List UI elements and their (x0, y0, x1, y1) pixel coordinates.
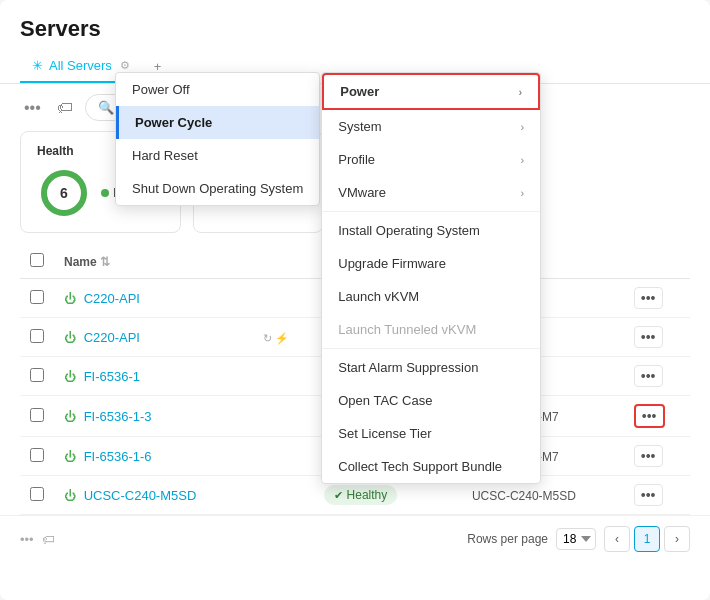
hard-reset-label: Hard Reset (132, 148, 198, 163)
hard-reset-item[interactable]: Hard Reset (116, 139, 319, 172)
power-off-item[interactable]: Power Off (116, 73, 319, 106)
profile-chevron-icon: › (521, 154, 525, 166)
row-checkbox-5[interactable] (30, 487, 44, 501)
toolbar-more-icon[interactable]: ••• (20, 95, 45, 121)
power-state-icon: ⏻ (64, 331, 76, 345)
all-servers-icon: ✳ (32, 58, 43, 73)
footer-more-icon[interactable]: ••• (20, 532, 34, 547)
power-state-icon: ⏻ (64, 292, 76, 306)
server-actions-cell: ••• (624, 357, 690, 396)
row-checkbox-2[interactable] (30, 368, 44, 382)
server-actions-cell: ••• (624, 437, 690, 476)
power-off-label: Power Off (132, 82, 190, 97)
server-actions-cell: ••• (624, 476, 690, 515)
server-more-button-4[interactable]: ••• (634, 445, 663, 467)
server-actions-cell: ••• (624, 396, 690, 437)
row-checkbox-cell[interactable] (20, 476, 54, 515)
row-checkbox-cell[interactable] (20, 437, 54, 476)
select-all-checkbox[interactable] (30, 253, 44, 267)
right-menu-license-item[interactable]: Set License Tier (322, 417, 540, 450)
health-dot (101, 189, 109, 197)
next-page-button[interactable]: › (664, 526, 690, 552)
health-badge: ✔ Healthy (324, 485, 398, 505)
pagination: Rows per page 10 18 25 50 ‹ 1 › (467, 526, 690, 552)
license-label: Set License Tier (338, 426, 431, 441)
right-menu-upgrade-firmware-item[interactable]: Upgrade Firmware (322, 247, 540, 280)
launch-tunneled-label: Launch Tunneled vKVM (338, 322, 476, 337)
shut-down-label: Shut Down Operating System (132, 181, 303, 196)
install-os-label: Install Operating System (338, 223, 480, 238)
right-menu-alarm-item[interactable]: Start Alarm Suppression (322, 351, 540, 384)
row-checkbox-4[interactable] (30, 448, 44, 462)
health-badge-label: Healthy (347, 488, 388, 502)
vmware-label: VMware (338, 185, 386, 200)
server-more-button-2[interactable]: ••• (634, 365, 663, 387)
system-chevron-icon: › (521, 121, 525, 133)
page-title: Servers (20, 16, 690, 42)
row-checkbox-cell[interactable] (20, 279, 54, 318)
server-name-link[interactable]: UCSC-C240-M5SD (84, 488, 197, 503)
tac-label: Open TAC Case (338, 393, 432, 408)
right-menu-collect-tech-item[interactable]: Collect Tech Support Bundle (322, 450, 540, 483)
row-checkbox-cell[interactable] (20, 318, 54, 357)
right-submenu: Power › System › Profile › VMware › Inst… (321, 72, 541, 484)
table-footer: ••• 🏷 Rows per page 10 18 25 50 ‹ 1 › (0, 515, 710, 562)
profile-label: Profile (338, 152, 375, 167)
power-state-icon: ⏻ (64, 489, 76, 503)
vmware-chevron-icon: › (521, 187, 525, 199)
right-menu-system-item[interactable]: System › (322, 110, 540, 143)
tab-all-servers-label: All Servers (49, 58, 112, 73)
toolbar-tag-icon[interactable]: 🏷 (53, 95, 77, 121)
right-menu-vmware-item[interactable]: VMware › (322, 176, 540, 209)
server-model-text: UCSC-C240-M5SD (472, 489, 576, 503)
right-menu-install-os-item[interactable]: Install Operating System (322, 214, 540, 247)
health-check-icon: ✔ (334, 489, 343, 502)
server-more-button-5[interactable]: ••• (634, 484, 663, 506)
rows-per-page-label: Rows per page (467, 532, 548, 546)
server-more-button-1[interactable]: ••• (634, 326, 663, 348)
power-state-icon: ⏻ (64, 370, 76, 384)
right-menu-tac-item[interactable]: Open TAC Case (322, 384, 540, 417)
right-menu-profile-item[interactable]: Profile › (322, 143, 540, 176)
server-more-button-3[interactable]: ••• (634, 404, 665, 428)
collect-tech-label: Collect Tech Support Bundle (338, 459, 502, 474)
power-state-icon: ⏻ (64, 450, 76, 464)
tab-settings-icon[interactable]: ⚙ (120, 59, 130, 72)
row-checkbox-cell[interactable] (20, 396, 54, 437)
select-all-header[interactable] (20, 245, 54, 279)
server-actions-cell: ••• (624, 318, 690, 357)
power-cycle-label: Power Cycle (135, 115, 212, 130)
row-checkbox-3[interactable] (30, 408, 44, 422)
row-checkbox-cell[interactable] (20, 357, 54, 396)
prev-page-button[interactable]: ‹ (604, 526, 630, 552)
left-submenu: Power Off Power Cycle Hard Reset Shut Do… (115, 72, 320, 206)
server-actions-cell: ••• (624, 279, 690, 318)
page-1-button[interactable]: 1 (634, 526, 660, 552)
footer-tag-icon[interactable]: 🏷 (42, 532, 55, 547)
rows-per-page-select[interactable]: 10 18 25 50 (556, 528, 596, 550)
server-more-button-0[interactable]: ••• (634, 287, 663, 309)
row-checkbox-1[interactable] (30, 329, 44, 343)
power-chevron-icon: › (519, 86, 523, 98)
upgrade-firmware-label: Upgrade Firmware (338, 256, 446, 271)
system-label: System (338, 119, 381, 134)
alarm-label: Start Alarm Suppression (338, 360, 478, 375)
footer-icons: ••• 🏷 (20, 532, 55, 547)
right-menu-launch-vkvm-item[interactable]: Launch vKVM (322, 280, 540, 313)
right-menu-power-header[interactable]: Power › (322, 73, 540, 110)
health-count: 6 (60, 185, 68, 201)
menu-divider-2 (322, 348, 540, 349)
context-menu-container: Power Off Power Cycle Hard Reset Shut Do… (115, 72, 541, 484)
power-state-icon: ⏻ (64, 410, 76, 424)
shut-down-item[interactable]: Shut Down Operating System (116, 172, 319, 205)
launch-vkvm-label: Launch vKVM (338, 289, 419, 304)
page-nav: ‹ 1 › (604, 526, 690, 552)
power-cycle-item[interactable]: Power Cycle (116, 106, 319, 139)
right-menu-launch-tunneled-item: Launch Tunneled vKVM (322, 313, 540, 346)
search-icon: 🔍 (98, 100, 114, 115)
row-checkbox-0[interactable] (30, 290, 44, 304)
health-donut: 6 (37, 166, 91, 220)
menu-divider-1 (322, 211, 540, 212)
